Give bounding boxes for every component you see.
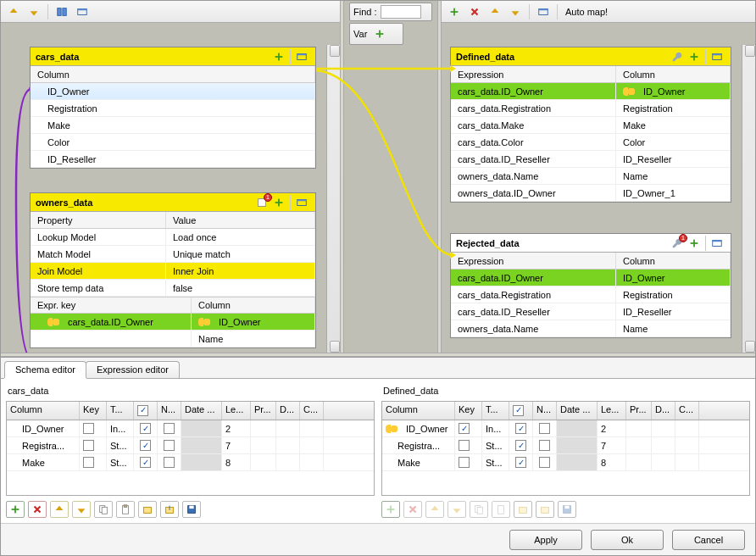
owners-expr-row[interactable]: Name: [31, 331, 315, 348]
add-icon[interactable]: [445, 3, 464, 20]
rejected-row[interactable]: cars_data.ID_ResellerID_Reseller: [451, 303, 731, 320]
left-scrollbar[interactable]: [326, 45, 340, 353]
grid-header-cell[interactable]: T...: [482, 402, 509, 420]
defined-row[interactable]: cars_data.ID_ResellerID_Reseller: [451, 151, 731, 168]
copy-icon[interactable]: [94, 501, 113, 518]
check-cell[interactable]: [509, 454, 533, 470]
null-cell[interactable]: [533, 454, 557, 470]
add-icon[interactable]: [686, 49, 703, 64]
grid-header-cell[interactable]: Key: [455, 402, 482, 420]
add-var-icon[interactable]: [370, 25, 389, 42]
defined-row[interactable]: cars_data.ID_OwnerID_Owner: [451, 83, 731, 100]
grid-header-cell[interactable]: Le...: [598, 402, 626, 420]
window-icon[interactable]: [709, 236, 725, 251]
grid-header-cell[interactable]: C...: [675, 402, 699, 420]
key-cell[interactable]: [80, 454, 107, 470]
add-row-icon[interactable]: [6, 501, 25, 518]
key-cell[interactable]: [80, 420, 107, 436]
delete-icon[interactable]: [465, 3, 484, 20]
add-icon[interactable]: [686, 236, 703, 251]
grid-header-cell[interactable]: Column: [382, 402, 455, 420]
cars-column-row[interactable]: Registration: [31, 100, 315, 117]
cars-data-header[interactable]: cars_data: [31, 47, 315, 66]
check-cell[interactable]: [509, 437, 533, 453]
header-checkbox[interactable]: [137, 405, 148, 416]
apply-button[interactable]: Apply: [509, 530, 582, 550]
save-icon[interactable]: [558, 501, 576, 518]
add-icon[interactable]: [270, 195, 287, 210]
remove-row-icon[interactable]: [28, 501, 47, 518]
grid-header-cell[interactable]: [509, 402, 533, 420]
check-cell[interactable]: [134, 454, 158, 470]
row-down-icon[interactable]: [72, 501, 91, 518]
paste-icon[interactable]: [116, 501, 135, 518]
owners-prop-row[interactable]: Store temp datafalse: [31, 280, 315, 297]
grid-header-cell[interactable]: N...: [158, 402, 181, 420]
find-input[interactable]: [381, 5, 421, 19]
null-cell[interactable]: [158, 454, 181, 470]
rejected-row[interactable]: owners_data.NameName: [451, 320, 731, 337]
owners-prop-row[interactable]: Join ModelInner Join: [31, 263, 315, 280]
grid-row[interactable]: Registra...St...7: [382, 437, 749, 454]
grid-header-cell[interactable]: Date ...: [181, 402, 222, 420]
check-cell[interactable]: [134, 420, 158, 436]
defined-row[interactable]: cars_data.ColorColor: [451, 134, 731, 151]
grid-header-cell[interactable]: N...: [533, 402, 557, 420]
owners-data-header[interactable]: owners_data 1: [31, 193, 315, 212]
owners-expr-row[interactable]: cars_data.ID_OwnerID_Owner: [31, 314, 315, 331]
import-icon[interactable]: [138, 501, 157, 518]
right-scrollbar[interactable]: [742, 45, 755, 353]
ok-button[interactable]: Ok: [591, 530, 664, 550]
move-up-button[interactable]: [486, 3, 504, 20]
key-cell[interactable]: [455, 437, 482, 453]
null-cell[interactable]: [533, 437, 557, 453]
export-icon[interactable]: [536, 501, 554, 518]
grid-header-cell[interactable]: T...: [107, 402, 134, 420]
export-icon[interactable]: [160, 501, 179, 518]
defined-row[interactable]: owners_data.ID_OwnerID_Owner_1: [451, 185, 731, 202]
add-icon[interactable]: [270, 49, 287, 64]
grid-header-cell[interactable]: D...: [276, 402, 300, 420]
grid-header-cell[interactable]: Le...: [222, 402, 251, 420]
cars-column-row[interactable]: ID_Reseller: [31, 151, 315, 168]
check-cell[interactable]: [134, 437, 158, 453]
rejected-data-header[interactable]: Rejected_data 1: [451, 234, 731, 253]
move-up-button[interactable]: [4, 3, 23, 20]
grid-header-cell[interactable]: Date ...: [557, 402, 598, 420]
grid-row[interactable]: MakeSt...8: [7, 454, 374, 471]
wrench-icon[interactable]: [669, 49, 686, 64]
defined-row[interactable]: owners_data.NameName: [451, 168, 731, 185]
settings-badge-icon[interactable]: 1: [253, 195, 270, 210]
header-checkbox[interactable]: [513, 405, 524, 416]
cancel-button[interactable]: Cancel: [672, 530, 745, 550]
grid-header-cell[interactable]: D...: [652, 402, 675, 420]
grid-header-cell[interactable]: Column: [7, 402, 80, 420]
move-down-button[interactable]: [25, 3, 43, 20]
window-icon[interactable]: [293, 49, 310, 64]
defined-row[interactable]: cars_data.MakeMake: [451, 117, 731, 134]
cars-column-row[interactable]: Make: [31, 117, 315, 134]
save-icon[interactable]: [182, 501, 201, 518]
owners-prop-row[interactable]: Match ModelUnique match: [31, 246, 315, 263]
add-row-icon[interactable]: [381, 501, 400, 518]
grid-row[interactable]: ID_OwnerIn...2: [7, 420, 374, 437]
null-cell[interactable]: [158, 420, 181, 436]
row-up-icon[interactable]: [50, 501, 69, 518]
tab-expression-editor[interactable]: Expression editor: [86, 361, 180, 378]
defined-data-header[interactable]: Defined_data: [451, 47, 731, 66]
defined-row[interactable]: cars_data.RegistrationRegistration: [451, 100, 731, 117]
grid-header-cell[interactable]: [134, 402, 158, 420]
grid-row[interactable]: ID_OwnerIn...2: [382, 420, 749, 437]
grid-header-cell[interactable]: Pr...: [626, 402, 652, 420]
key-cell[interactable]: [455, 420, 482, 436]
key-cell[interactable]: [455, 454, 482, 470]
rejected-row[interactable]: cars_data.RegistrationRegistration: [451, 286, 731, 303]
cars-column-row[interactable]: Color: [31, 134, 315, 151]
tab-schema-editor[interactable]: Schema editor: [4, 361, 86, 378]
move-down-button[interactable]: [506, 3, 525, 20]
window-icon[interactable]: [293, 195, 310, 210]
owners-prop-row[interactable]: Lookup ModelLoad once: [31, 229, 315, 246]
layout-icon[interactable]: [53, 3, 71, 20]
null-cell[interactable]: [158, 437, 181, 453]
import-icon[interactable]: [514, 501, 532, 518]
